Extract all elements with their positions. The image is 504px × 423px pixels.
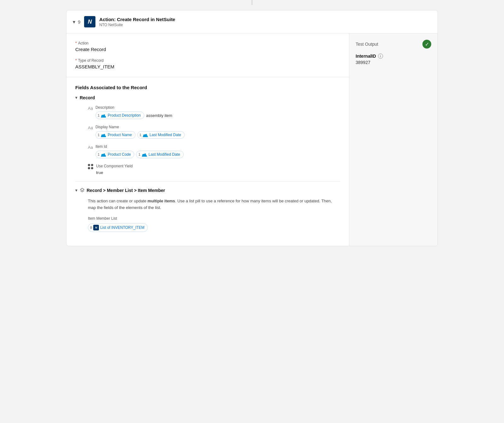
- salesforce-icon-3: [143, 133, 148, 137]
- internal-id-label: InternalID i: [356, 54, 431, 59]
- step-number: 9: [78, 19, 80, 25]
- header-title: Action: Create Record in NetSuite: [99, 17, 175, 22]
- component-yield-label: Use Component Yield: [96, 164, 340, 168]
- action-card: ▾ 9 N Action: Create Record in NetSuite …: [66, 10, 438, 246]
- action-label-row: * Action: [75, 41, 340, 45]
- field-item-id-inner: Item Id 1 Product Code: [95, 144, 340, 158]
- member-list-header[interactable]: ▾ Record > Member List > Item Member: [75, 188, 340, 193]
- info-icon[interactable]: i: [378, 54, 383, 59]
- fields-section-title: Fields Associated to the Record: [75, 85, 340, 90]
- display-name-label: Display Name: [95, 125, 340, 129]
- action-value: Create Record: [75, 47, 340, 52]
- type-section: * Type of Record ASSEMBLY_ITEM: [75, 58, 340, 69]
- pill-text-last-modified-2: Last Modified Date: [149, 152, 180, 157]
- netsuite-mini-text: N: [95, 226, 97, 229]
- fields-section: Fields Associated to the Record ▾ Record…: [66, 77, 349, 246]
- type-label-row: * Type of Record: [75, 58, 340, 63]
- salesforce-icon-2: [101, 133, 106, 137]
- chevron-icon: ▾: [73, 19, 75, 25]
- type-label: Type of Record: [78, 58, 104, 63]
- member-list-label: Record > Member List > Item Member: [87, 188, 165, 193]
- pill-num-5: 1: [138, 153, 140, 156]
- pill-text-product-description: Product Description: [108, 113, 141, 118]
- pill-num-2: 1: [98, 133, 100, 137]
- pill-num-1: 1: [98, 113, 100, 117]
- display-name-value: 1 Product Name 1: [95, 131, 340, 139]
- type-asterisk: *: [75, 58, 77, 63]
- test-output-title: Test Output: [356, 42, 378, 47]
- pill-num-3: 1: [140, 133, 141, 137]
- salesforce-icon-5: [142, 152, 147, 157]
- record-chevron-icon: ▾: [75, 96, 77, 100]
- pill-last-modified-date-1[interactable]: 1 Last Modified Date: [137, 131, 185, 139]
- member-list-group: ▾ Record > Member List > Item Member Thi…: [75, 188, 340, 232]
- left-panel: * Action Create Record * Type of Record …: [66, 33, 349, 246]
- pill-text-product-code: Product Code: [108, 152, 131, 157]
- description-plain-text: assembly item: [146, 113, 172, 118]
- field-component-yield-inner: Use Component Yield true: [96, 164, 340, 175]
- header-subtitle: NTO NetSuite: [99, 23, 175, 27]
- pill-text-last-modified-1: Last Modified Date: [150, 133, 181, 137]
- component-yield-value: true: [96, 170, 340, 175]
- record-group-header[interactable]: ▾ Record: [75, 95, 340, 100]
- netsuite-mini-logo: N: [93, 225, 99, 230]
- field-description-inner: Description 1 Product Description assemb: [95, 105, 340, 119]
- list-pill-text: List of INVENTORY_ITEM: [100, 225, 144, 230]
- check-icon: ✓: [425, 41, 429, 47]
- required-asterisk: *: [75, 41, 77, 45]
- pill-text-product-name: Product Name: [108, 133, 132, 137]
- record-group: ▾ Record Aa Description 1: [75, 95, 340, 175]
- type-value: ASSEMBLY_ITEM: [75, 64, 340, 69]
- field-row-item-id: Aa Item Id 1 Product Code: [75, 144, 340, 158]
- netsuite-logo: N: [84, 16, 95, 27]
- pill-num-4: 1: [98, 153, 100, 156]
- field-row-component-yield: Use Component Yield true: [75, 164, 340, 175]
- pill-last-modified-date-2[interactable]: 1 Last Modified Date: [136, 151, 183, 158]
- member-list-body: This action can create or update multipl…: [75, 198, 340, 232]
- info-text-part1: This action can create or update: [88, 199, 147, 203]
- action-section: * Action Create Record * Type of Record …: [66, 33, 349, 77]
- type-icon-description: Aa: [88, 106, 93, 111]
- item-member-list-label: Item Member List: [88, 216, 340, 221]
- card-header: ▾ 9 N Action: Create Record in NetSuite …: [66, 10, 438, 33]
- field-row-display-name: Aa Display Name 1 Product Name: [75, 125, 340, 139]
- member-list-chevron-icon: ▾: [75, 188, 77, 193]
- member-list-info-text: This action can create or update multipl…: [88, 198, 340, 216]
- netsuite-logo-text: N: [88, 19, 92, 25]
- description-label: Description: [95, 105, 340, 110]
- internal-id-text: InternalID: [356, 54, 376, 59]
- type-icon-item-id: Aa: [88, 145, 93, 150]
- item-id-label: Item Id: [95, 144, 340, 149]
- collapse-button[interactable]: ▾: [73, 19, 75, 25]
- pill-product-name[interactable]: 1 Product Name: [95, 131, 135, 139]
- field-display-name-inner: Display Name 1 Product Name: [95, 125, 340, 139]
- component-yield-text: true: [96, 170, 103, 175]
- pill-product-code[interactable]: 1 Product Code: [95, 151, 135, 158]
- field-row-description: Aa Description 1 Product Description: [75, 105, 340, 119]
- pill-product-description[interactable]: 1 Product Description: [95, 112, 144, 119]
- test-output-header: Test Output ✓: [356, 40, 431, 49]
- salesforce-icon-1: [101, 113, 106, 118]
- connector-line: [252, 0, 252, 5]
- internal-id-value: 389927: [356, 60, 431, 65]
- check-circle-icon: ✓: [422, 40, 431, 49]
- info-text-bold: multiple items: [147, 199, 175, 203]
- section-divider: [75, 181, 340, 182]
- layers-icon: [80, 188, 85, 193]
- list-pill-num: 8: [90, 226, 92, 229]
- item-id-value: 1 Product Code 1: [95, 151, 340, 158]
- main-area: * Action Create Record * Type of Record …: [66, 33, 438, 246]
- action-label: Action: [78, 41, 89, 45]
- bool-icon: [88, 164, 94, 170]
- header-text: Action: Create Record in NetSuite NTO Ne…: [99, 17, 175, 27]
- record-group-label: Record: [80, 95, 95, 100]
- description-value: 1 Product Description assembly item: [95, 112, 340, 119]
- right-panel: Test Output ✓ InternalID i 389927: [349, 33, 438, 246]
- type-icon-display-name: Aa: [88, 125, 93, 130]
- list-of-inventory-item-pill[interactable]: 8 N List of INVENTORY_ITEM: [88, 223, 148, 232]
- salesforce-icon-4: [101, 152, 106, 157]
